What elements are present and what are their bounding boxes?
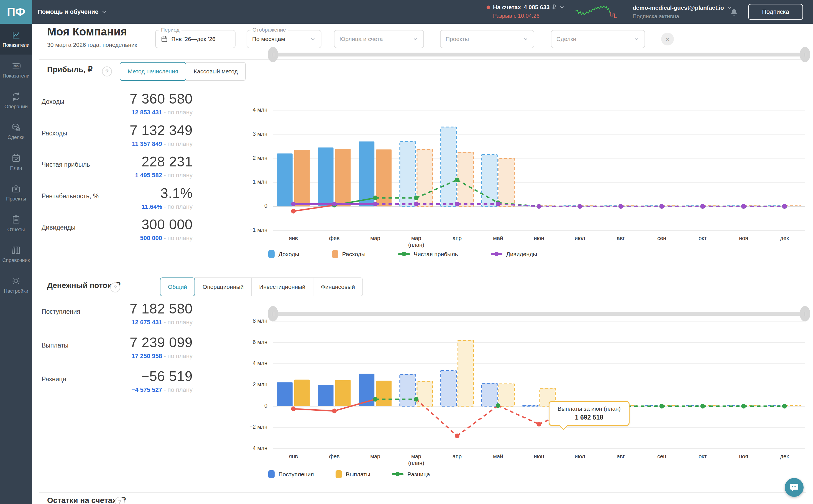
x-axis-month-label: мар (план) [396,235,437,248]
balances-section-title: Остатки на счетах, ₽ [47,496,126,504]
bar-postupleniya-5[interactable] [482,383,497,406]
legend-swatch [268,470,274,478]
x-axis-month-label: окт [682,235,723,241]
range-slider-right-handle[interactable] [800,47,810,62]
profit-tab-1[interactable]: Кассовый метод [186,62,246,81]
sidebar-item-label: Показатели [3,42,30,48]
bar-vyplaty-1[interactable] [335,380,351,406]
filter-legal-entities[interactable]: Юрлица и счета [334,30,424,48]
briefcase-icon [11,184,21,194]
subscribe-button[interactable]: Подписка [748,4,803,20]
metric-plan-suffix: - по плану [162,386,193,393]
bar-vyplaty-2[interactable] [376,381,391,406]
planfact-dashboard: ПФ Помощь и обучение На счетах 4 085 633… [0,0,813,504]
chart-tooltip: Выплаты за июн (план) 1 692 518 [549,401,630,426]
filter-period[interactable]: ПериодЯнв ’26—дек ’26 [155,30,235,48]
filter-display[interactable]: ОтображениеПо месяцам [247,30,321,48]
point-dividendy-12 [782,204,787,209]
metric-plan-value: −4 575 527 [131,386,162,393]
calendar-check-icon [11,153,21,163]
point-dividendy-9 [660,204,664,209]
legend-item-raznitsa: Разница [392,471,430,478]
bar-postupleniya-0[interactable] [277,382,292,406]
sidebar-item-spravochnik[interactable]: Справочник [0,239,32,270]
user-menu[interactable]: demo-medical-guest@planfact.io Подписка … [633,4,732,20]
cashflow-tab-2[interactable]: Инвестиционный [251,277,313,296]
bar-postupleniya-4[interactable] [441,371,457,406]
legend-swatch [332,250,338,258]
sidebar-item-sdelki[interactable]: Сделки [0,116,32,147]
profit-chart-range-slider[interactable] [273,53,805,56]
bar-dohody-2[interactable] [359,142,374,206]
chevron-down-icon [634,36,640,42]
range-slider-right-handle[interactable] [800,306,810,322]
cashflow-tab-1[interactable]: Операционный [194,277,252,296]
cashflow-tab-3[interactable]: Финансовый [313,277,363,296]
metric-row: Чистая прибыль228 2311 495 582 - по план… [42,154,193,179]
chevron-down-icon [412,36,419,42]
chart-line-icon [11,30,21,40]
sidebar-item-operacii[interactable]: Операции [0,85,32,116]
cashflow-chart-range-slider[interactable] [273,312,805,316]
help-menu[interactable]: Помощь и обучение [38,0,107,24]
cashflow-tab-0[interactable]: Общий [160,277,195,296]
point-raznitsa-10 [700,404,705,408]
range-slider-left-handle[interactable] [268,306,278,322]
profit-chart-legend: ДоходыРасходыЧистая прибыльДивиденды [268,250,537,258]
bar-vyplaty-4[interactable] [458,340,474,406]
bar-dohody-3[interactable] [400,142,416,206]
sidebar-item-otchety[interactable]: Отчёты [0,208,32,239]
filter-placeholder: Юрлица и счета [339,36,383,42]
y-axis-tick-label: 4 млн [240,360,267,366]
chat-widget-button[interactable] [785,478,804,497]
x-axis-month-label: фев [314,453,355,460]
bar-dohody-4[interactable] [441,127,457,206]
profit-tab-0[interactable]: Метод начисления [120,62,186,81]
bar-vyplaty-5[interactable] [499,384,514,406]
point-raznitsa-12 [782,404,787,408]
sidebar-item-proekty[interactable]: Проекты [0,178,32,208]
bar-rashody-0[interactable] [294,150,310,206]
point-raznitsa-0 [291,407,296,411]
legend-item-vyplaty: Выплаты [335,470,370,478]
sidebar-item-pokazateli[interactable]: Показатели [0,24,32,55]
y-axis-tick-label: 1 млн [240,179,267,185]
clear-filters-button[interactable]: × [661,33,674,45]
metric-plan-line: 12 675 431 - по плану [42,319,193,326]
bar-rashody-4[interactable] [458,152,474,206]
app-logo[interactable]: ПФ [0,0,32,24]
sidebar-item-pokazateli-pro[interactable]: PROПоказатели [0,55,32,85]
bar-dohody-1[interactable] [318,148,333,207]
metric-label: Разница [42,376,66,383]
accounts-summary[interactable]: На счетах 4 085 633 ₽ Разрыв с 10.04.26 [487,4,565,19]
bar-dohody-5[interactable] [482,155,497,207]
bar-postupleniya-6[interactable] [523,405,538,406]
calendar-icon [161,35,168,43]
metric-plan-value: 12 675 431 [132,319,162,326]
sidebar-item-nastroyki[interactable]: Настройки [0,270,32,300]
sidebar-item-label: Отчёты [7,227,25,233]
bar-dohody-0[interactable] [277,153,292,206]
notifications-bell-icon[interactable] [728,6,740,18]
sidebar-item-label: Операции [4,104,28,110]
x-axis-month-label: окт [682,453,723,460]
x-axis-month-label: май [478,235,519,241]
help-icon[interactable]: ? [110,282,120,292]
help-icon[interactable]: ? [102,66,112,76]
bar-postupleniya-3[interactable] [400,374,416,406]
range-slider-left-handle[interactable] [268,47,278,62]
bar-vyplaty-0[interactable] [294,380,310,406]
bar-vyplaty-3[interactable] [417,381,433,406]
x-axis-month-label: июн [519,453,560,460]
bar-postupleniya-1[interactable] [318,385,333,406]
sidebar-item-plan[interactable]: План [0,147,32,178]
filter-deals[interactable]: Сделки [551,30,645,48]
sidebar-item-label: Проекты [6,196,26,202]
filter-projects[interactable]: Проекты [440,30,534,48]
section-divider [39,492,806,493]
bar-rashody-5[interactable] [499,158,514,207]
bar-rashody-1[interactable] [335,149,351,206]
legend-label: Чистая прибыль [414,251,458,258]
bar-rashody-3[interactable] [417,149,433,206]
balance-sparkline [574,4,620,20]
